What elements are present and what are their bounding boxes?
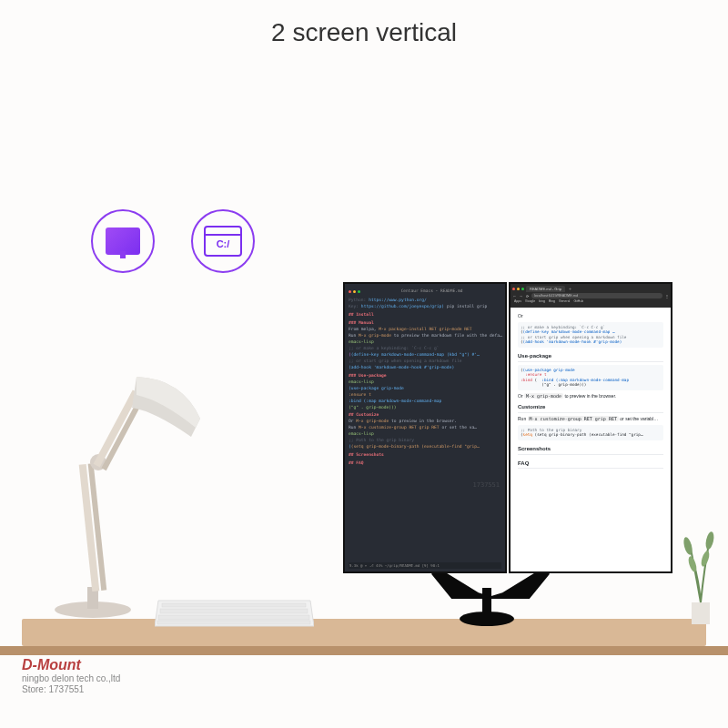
code-line: Key: (349, 304, 359, 308)
code-line: :ensure t (349, 392, 501, 398)
code-line: or set the va… (441, 425, 477, 430)
maximize-dot-icon (358, 290, 360, 293)
svg-rect-9 (160, 609, 308, 613)
bookmark-item[interactable]: Google (525, 299, 535, 304)
text: Or (518, 313, 663, 319)
brand-block: D-Mount ningbo delon tech co.,ltd Store:… (22, 656, 120, 695)
code-url: https://www.python.org/ (369, 298, 427, 302)
menu-icon[interactable]: ⋮ (664, 294, 669, 298)
brand-store: Store: 1737551 (22, 684, 120, 695)
keyboard (155, 593, 314, 630)
bookmark-item[interactable]: GitHub (573, 299, 583, 304)
code-heading: ### Manual (349, 320, 501, 326)
bookmark-item[interactable]: bing (539, 299, 545, 304)
code-cmd: M-x grip-mode (356, 419, 389, 423)
code-line: ("g" . grip-mode))) (349, 405, 501, 410)
code-lang: emacs-lisp (349, 431, 501, 437)
code-comment: ;; Path to the grip binary (521, 428, 581, 432)
brand-name: D-Mount (22, 656, 120, 673)
svg-rect-11 (157, 621, 310, 624)
address-row: ← → ⟳ localhost:6419/README.md ⋮ (512, 293, 669, 298)
bookmark-item[interactable]: Bing (549, 299, 555, 304)
code-editor: Centaur Emacs - README.md Python: https:… (345, 284, 505, 571)
feature-badges: C:/ (91, 209, 255, 273)
desk-lamp (46, 355, 228, 619)
back-icon[interactable]: ← (512, 294, 517, 298)
window-badge: C:/ (191, 209, 255, 273)
browser-tab[interactable]: README.md - Grip (526, 286, 565, 292)
editor-tab-title: Centaur Emacs - README.md (401, 288, 463, 294)
code-line: (setq grip-mode-binary-path (executable-… (351, 444, 480, 449)
code-comment: ;; or make a keybinding: `C-c C-c g` (521, 325, 605, 329)
inline-code: M-x grip-mode (524, 393, 563, 399)
code-line: to preview the markdown file with the de… (394, 333, 502, 338)
code-heading: ## FAQ (349, 460, 501, 466)
bookmark-bar: Apps Google bing Bing General GitHub (512, 299, 669, 304)
code-line: (use-package grip-mode (523, 368, 575, 372)
window-label: C:/ (217, 238, 230, 249)
code-line: :bind (:map markdown-mode-command-map (537, 378, 629, 382)
heading: Screenshots (518, 446, 663, 455)
svg-rect-2 (79, 464, 100, 592)
monitor-left: Centaur Emacs - README.md Python: https:… (343, 282, 507, 573)
svg-rect-8 (162, 603, 306, 607)
code-lang: emacs-lisp (349, 339, 501, 345)
document-badge (91, 209, 155, 273)
code-lang: emacs-lisp (349, 379, 501, 385)
code-line: Or (349, 419, 354, 423)
code-line: From melpa, (349, 327, 376, 331)
bookmark-item[interactable]: Apps (514, 299, 521, 304)
code-block: ((use-package grip-mode :ensure t :bind … (518, 365, 663, 390)
code-line: :ensure t (521, 372, 546, 377)
svg-point-14 (704, 531, 715, 550)
monitor-right: README.md - Grip + ← → ⟳ localhost:6419/… (509, 282, 672, 573)
svg-point-0 (55, 602, 131, 618)
brand-company: ningbo delon tech co.,ltd (22, 673, 120, 684)
bookmark-item[interactable]: General (559, 299, 570, 304)
heading: FAQ (518, 460, 663, 470)
svg-rect-6 (101, 394, 145, 470)
editor-statusbar: 5.3k @ ▾ ⎇ 44% ~/grip/README.md [9] 98:1 (349, 562, 501, 569)
forward-icon[interactable]: → (519, 294, 523, 298)
svg-point-4 (90, 454, 106, 470)
reload-icon[interactable]: ⟳ (525, 294, 530, 298)
mount-stem (482, 588, 491, 615)
code-heading: ## Customize (349, 412, 501, 418)
svg-point-16 (700, 550, 711, 567)
svg-rect-10 (158, 615, 309, 620)
code-comment: ;; Path to the grip binary (349, 438, 501, 443)
maximize-dot-icon (521, 288, 524, 290)
heading: Use-package (518, 353, 663, 362)
svg-rect-3 (88, 463, 107, 591)
browser-content: Or ;; or make a keybinding: `C-c C-c g` … (511, 308, 671, 571)
browser-window: README.md - Grip + ← → ⟳ localhost:6419/… (511, 284, 671, 571)
code-line: Python: (349, 298, 366, 302)
code-heading: ## Install (349, 312, 501, 318)
svg-rect-5 (94, 389, 139, 467)
minimize-dot-icon (517, 288, 520, 290)
svg-rect-1 (87, 587, 98, 609)
plant (677, 517, 723, 626)
inline-code: M-x customize-group RET grip RET (528, 416, 619, 421)
code-line: Run (349, 333, 356, 338)
code-line: (add-hook 'markdown-mode-hook #'grip-mod… (523, 339, 622, 344)
editor-titlebar: Centaur Emacs - README.md (349, 288, 501, 295)
minimize-dot-icon (353, 290, 356, 293)
code-line: (add-hook 'markdown-mode-hook #'grip-mod… (349, 365, 454, 369)
code-comment: ;; or make a keybinding: `C-c C-c g` (349, 346, 501, 351)
address-bar[interactable]: localhost:6419/README.md (531, 293, 662, 298)
new-tab-icon[interactable]: + (569, 286, 571, 292)
desk-edge (0, 646, 728, 655)
document-icon (106, 228, 140, 255)
code-line: pip install grip (447, 304, 487, 308)
code-line: :bind (:map markdown-mode-command-map (349, 399, 501, 404)
code-line: (define-key markdown-mode-command-map (k… (351, 352, 480, 357)
code-heading: ## Screenshots (349, 452, 501, 458)
code-comment: ;; or start grip when opening a markdown… (349, 359, 501, 364)
window-icon: C:/ (204, 226, 242, 257)
code-cmd: M-x package-install RET grip-mode RET (379, 327, 471, 331)
code-block: ;; Path to the grip binary (setq (setq g… (518, 425, 663, 440)
code-url: https://github.com/joeyespo/grip) (361, 304, 444, 308)
code-comment: ;; or start grip when opening a markdown… (521, 335, 626, 339)
svg-rect-12 (692, 602, 710, 624)
